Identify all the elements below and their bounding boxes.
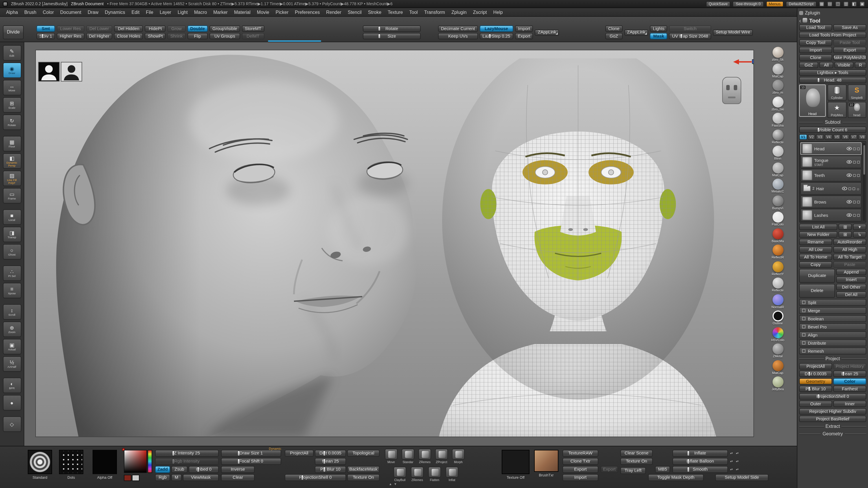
tool-palette-header[interactable]: ‹ Tool [799,16,866,24]
collapse-arrow-icon[interactable]: ‹ [799,17,801,24]
material-basicma[interactable]: BasicMa [765,228,790,244]
material-reflecty[interactable]: ReflectY [765,261,790,277]
topological-button[interactable]: Topological [347,450,380,457]
stepper-icons[interactable]: ▴▾ [729,450,734,457]
secondary-color-swatch[interactable] [132,475,140,481]
alpha-thumbnail[interactable] [93,450,117,474]
button-flip[interactable]: Flip [187,33,208,39]
inflate-slider[interactable]: Inflate [673,450,728,457]
menu-marker[interactable]: Marker [211,8,230,17]
button-paste[interactable]: Paste [833,261,866,268]
visible-count-slider[interactable]: Visible Count 6 [799,127,866,133]
tab-v3[interactable]: V3 [816,134,824,140]
focal-shift-slider[interactable]: Focal Shift 0 [221,458,281,465]
button-new-folder[interactable]: New Folder [799,231,838,238]
sculpted-head-model[interactable] [35,52,432,437]
material-zbro-sk[interactable]: zbro_Sk [765,47,790,63]
menu-alpha[interactable]: Alpha [3,8,21,17]
material-reflecte[interactable]: Reflecte [765,129,790,145]
tab-v1[interactable]: V1 [799,134,807,140]
zplugin-header[interactable]: Zplugin [799,9,866,16]
button-storemt[interactable]: StoreMT [242,26,265,32]
rgb-button[interactable]: Rgb [155,474,170,481]
polypaint-icon[interactable] [853,147,856,150]
button-project-history[interactable]: Project History [833,363,866,369]
dock-scroll[interactable]: ↕Scroll [3,304,21,320]
silhouette-thumb-light[interactable] [61,62,82,82]
button-delmt[interactable]: DelMT [242,33,265,39]
zbrush-document-canvas[interactable] [35,50,754,437]
material-matcap[interactable]: MatCap [765,360,790,376]
current-stroke[interactable]: Dots [58,450,85,479]
projection-shell-slider[interactable]: ProjectionShell 0 [285,474,346,481]
button-load-tools-from-project[interactable]: Load Tools From Project [799,32,866,38]
button-setup-model-wire[interactable]: Setup Model Wire [713,29,753,36]
subpalette-remesh[interactable]: Remesh [799,348,866,354]
button-keep-uvs[interactable]: Keep UVs [438,33,478,39]
menu-material[interactable]: Material [231,8,253,17]
visibility-eye-icon[interactable] [846,147,852,150]
brush-tile-flatten[interactable]: Flatten [428,466,441,482]
button-uv-groups[interactable]: Uv Groups [210,33,240,39]
material-jellybea[interactable]: JellyBea [765,377,790,393]
sculpt-icon[interactable] [852,187,855,190]
button-zapplink[interactable]: ZAppLink [624,29,648,36]
brush-thumbnail[interactable] [28,450,52,474]
menu-preferences[interactable]: Preferences [292,8,322,17]
button-copy-tool[interactable]: Copy Tool [799,39,832,46]
sculpt-icon[interactable] [857,160,860,163]
menu-macro[interactable]: Macro [191,8,210,17]
menu-tool[interactable]: Tool [407,8,421,17]
slider-lazystep-0-25[interactable]: LazyStep 0.25 [480,33,513,39]
menu-picker[interactable]: Picker [273,8,291,17]
folder-options-icon[interactable]: ⊞ [839,231,852,238]
visibility-eye-icon[interactable] [842,187,847,190]
button-project-basrelief[interactable]: Project BasRelief [799,416,866,422]
list-thumbnails-icon[interactable]: ⊞ [839,224,852,230]
material-zbro-m[interactable]: zbro_m [765,80,790,96]
subpalette-split[interactable]: Split [799,299,866,306]
tab-v8[interactable]: V8 [859,134,866,140]
button-r[interactable]: R [855,62,866,68]
stepper-icons[interactable]: ▴▾ [729,458,734,465]
tool-item-cylinder[interactable]: Cylinder [828,85,846,101]
material-zmetal[interactable]: ZMetal [765,344,790,360]
button-inner[interactable]: Inner [833,401,866,407]
dock-aahalf[interactable]: ½AAHalf [3,356,21,372]
imbed-slider[interactable]: Imbed 0 [189,466,219,473]
dock-pt-sel[interactable]: ∴Pt Sel [3,265,21,281]
material-reflectr[interactable]: ReflectR [765,245,790,261]
slider-sdiv-1[interactable]: SDiv 1 [36,33,55,39]
dock-draw[interactable]: ◉Draw [3,62,21,78]
material-normalr[interactable]: NormalR [765,294,790,310]
draw-size-slider[interactable]: Draw Size 1 [221,450,281,457]
button-del-higher[interactable]: Del Higher [86,33,112,39]
tool-item-polymes[interactable]: ★PolyMes [828,102,846,118]
backfacemask-button[interactable]: BackfaceMask [347,466,380,473]
material-flatcolo[interactable]: FlatColo [765,212,790,228]
button-list-all[interactable]: List All [799,224,838,230]
button-reproject-higher-subdiv[interactable]: Reproject Higher Subdiv [799,408,866,415]
menu-file[interactable]: File [143,8,156,17]
menu-dynamics[interactable]: Dynamics [102,8,128,17]
visibility-eye-icon[interactable] [846,160,852,164]
zadd-button[interactable]: Zadd [155,466,170,473]
button-rename[interactable]: Rename [799,239,832,245]
menu-draw[interactable]: Draw [85,8,101,17]
move-to-folder-icon[interactable]: ↳ [853,231,866,238]
button-all-to-target[interactable]: All To Target [833,254,866,260]
titlebar-button-quicksave[interactable]: QuickSave [706,1,731,7]
sculpt-icon[interactable] [857,214,860,217]
inverse-button[interactable]: Inverse [221,466,255,473]
setup-model-side-button[interactable]: Setup Model Side [715,474,769,481]
slider-projectionshell-0[interactable]: ProjectionShell 0 [799,393,866,399]
button-import[interactable]: Import [515,26,533,32]
button-farthest[interactable]: Farthest [833,386,866,392]
button-insert[interactable]: Insert [836,276,866,283]
titlebar-button-defaultzscript[interactable]: DefaultZScript [786,1,816,7]
button-lights[interactable]: Lights [650,26,668,32]
button-autoreorder[interactable]: AutoReorder [833,239,866,245]
slider-pa-blur-10[interactable]: PA Blur 10 [799,386,832,392]
button-goz[interactable]: GoZ [605,33,622,39]
button-all[interactable]: All [820,62,833,68]
